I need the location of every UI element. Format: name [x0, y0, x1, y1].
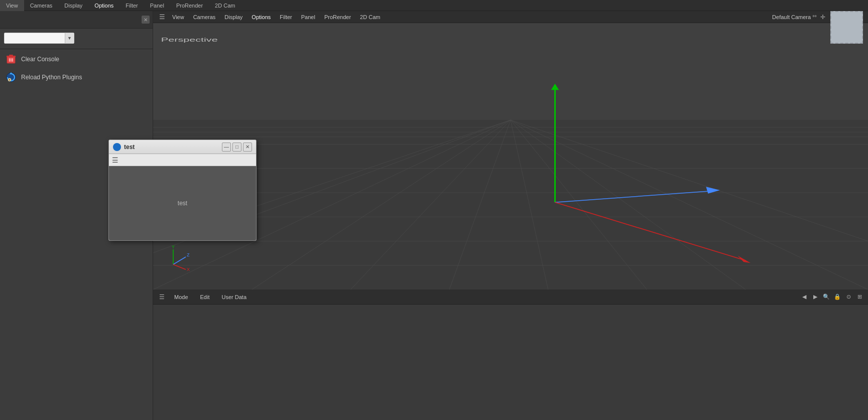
svg-rect-1: [9, 58, 10, 62]
left-panel-topbar: ✕: [0, 11, 153, 29]
svg-text:Perspective: Perspective: [161, 37, 218, 43]
props-circle-icon[interactable]: ⊙: [844, 293, 853, 302]
props-grid-icon[interactable]: ⊞: [855, 293, 864, 302]
viewport-tab-panel[interactable]: Panel: [297, 11, 319, 23]
move-icon[interactable]: ✛: [818, 12, 828, 22]
svg-text:X: X: [187, 267, 190, 272]
top-tabs: View Cameras Display Options Filter Pane…: [0, 0, 241, 11]
props-mode-item[interactable]: Mode: [170, 294, 192, 300]
svg-line-36: [555, 191, 716, 202]
props-topbar: ☰ Mode Edit User Data ◀ ▶ 🔍 🔒 ⊙ ⊞: [153, 290, 868, 305]
props-arrow-right-icon[interactable]: ▶: [811, 293, 820, 302]
svg-rect-3: [12, 58, 13, 62]
props-right-icon-group: ◀ ▶ 🔍 🔒 ⊙ ⊞: [800, 293, 864, 302]
props-lock-icon[interactable]: 🔒: [833, 293, 842, 302]
dialog-maximize-button[interactable]: □: [232, 143, 241, 152]
svg-rect-4: [7, 56, 16, 57]
clear-console-item[interactable]: Clear Console: [0, 50, 153, 68]
viewport-tab-prorender[interactable]: ProRender: [320, 11, 355, 23]
svg-marker-35: [551, 84, 559, 90]
tab-filter[interactable]: Filter: [119, 0, 144, 11]
svg-line-17: [511, 120, 548, 290]
dialog-titlebar: test — □ ✕: [109, 140, 256, 154]
props-arrow-left-icon[interactable]: ◀: [800, 293, 809, 302]
svg-line-22: [511, 120, 868, 241]
props-search-icon[interactable]: 🔍: [822, 293, 831, 302]
props-menu-icon[interactable]: ☰: [157, 293, 166, 302]
dialog-hamburger-icon[interactable]: ☰: [112, 156, 118, 164]
viewport-tab-view[interactable]: View: [168, 11, 188, 23]
svg-line-15: [350, 120, 511, 290]
search-dropdown-button[interactable]: ▼: [65, 33, 74, 43]
svg-rect-10: [153, 23, 868, 290]
svg-line-16: [449, 120, 511, 290]
dialog-close-button[interactable]: ✕: [243, 143, 252, 152]
svg-marker-37: [706, 187, 720, 194]
tab-view[interactable]: View: [0, 0, 24, 11]
reload-python-label: Reload Python Plugins: [21, 74, 82, 81]
viewport-tab-2dcam[interactable]: 2D Cam: [356, 11, 384, 23]
svg-text:Y: Y: [172, 244, 175, 249]
tab-options[interactable]: Options: [88, 0, 119, 11]
viewport: ☰ View Cameras Display Options Filter Pa…: [153, 11, 868, 290]
props-edit-item[interactable]: Edit: [196, 294, 214, 300]
viewport-tab-filter[interactable]: Filter: [276, 11, 296, 23]
svg-line-14: [252, 120, 511, 290]
tab-display[interactable]: Display: [58, 0, 88, 11]
tab-cameras[interactable]: Cameras: [24, 0, 59, 11]
reload-icon: [5, 71, 17, 83]
right-thumbnail: [830, 11, 863, 44]
tab-2dcam[interactable]: 2D Cam: [209, 0, 241, 11]
viewport-menu-icon[interactable]: ☰: [157, 12, 167, 22]
dialog-menubar: ☰: [109, 154, 256, 166]
svg-line-18: [511, 120, 647, 290]
dialog-minimize-button[interactable]: —: [222, 143, 231, 152]
tab-panel[interactable]: Panel: [144, 0, 170, 11]
search-box: ▼: [4, 33, 74, 44]
svg-line-19: [511, 120, 746, 290]
left-panel-close-button[interactable]: ✕: [142, 16, 150, 24]
svg-line-38: [555, 202, 746, 260]
svg-rect-11: [153, 23, 868, 120]
svg-point-9: [9, 79, 11, 81]
viewport-tab-cameras[interactable]: Cameras: [189, 11, 220, 23]
search-input[interactable]: [5, 35, 65, 41]
floating-dialog: test — □ ✕ ☰ test: [108, 139, 257, 241]
viewport-topbar: ☰ View Cameras Display Options Filter Pa…: [153, 11, 868, 23]
viewport-tab-options[interactable]: Options: [247, 11, 275, 23]
svg-rect-2: [11, 58, 12, 62]
top-menubar: View Cameras Display Options Filter Pane…: [0, 0, 868, 11]
clear-console-label: Clear Console: [21, 56, 59, 63]
dialog-content-text: test: [178, 200, 187, 207]
properties-panel: ☰ Mode Edit User Data ◀ ▶ 🔍 🔒 ⊙ ⊞: [153, 290, 868, 420]
tab-prorender[interactable]: ProRender: [170, 0, 209, 11]
svg-rect-5: [9, 55, 13, 56]
camera-label: Default Camera °°: [772, 14, 817, 20]
svg-line-42: [173, 257, 186, 264]
svg-line-20: [511, 120, 868, 290]
svg-text:Z: Z: [187, 252, 190, 257]
svg-marker-39: [737, 255, 751, 262]
dialog-app-icon: [113, 143, 121, 151]
dialog-content: test: [109, 166, 256, 240]
viewport-canvas: Perspective Y Z X: [153, 23, 868, 290]
dialog-title: test: [124, 144, 220, 151]
viewport-tab-display[interactable]: Display: [220, 11, 246, 23]
reload-python-item[interactable]: Reload Python Plugins: [0, 68, 153, 86]
svg-line-44: [173, 264, 186, 269]
trash-icon: [5, 53, 17, 65]
props-userdata-item[interactable]: User Data: [218, 294, 251, 300]
search-area: ▼: [0, 29, 153, 48]
svg-rect-12: [153, 120, 868, 290]
